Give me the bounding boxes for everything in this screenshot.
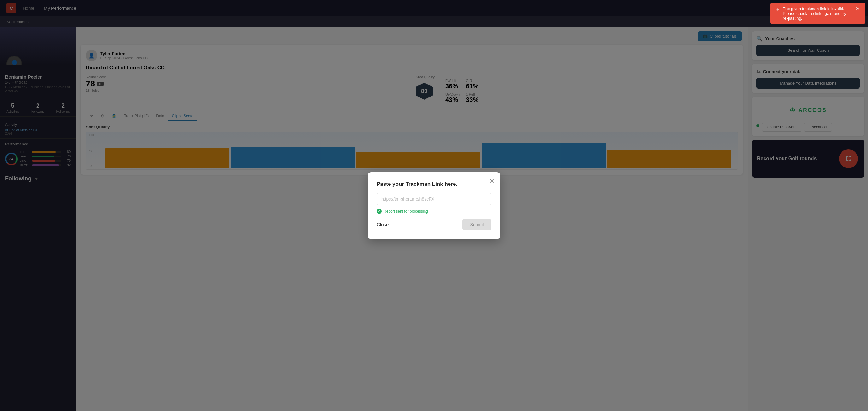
modal-submit-button[interactable]: Submit	[462, 219, 491, 230]
modal-overlay: Paste your Trackman Link here. ✕ ✓ Repor…	[0, 0, 868, 411]
modal-actions: Close Submit	[377, 219, 491, 230]
modal-close-button[interactable]: Close	[377, 219, 389, 230]
error-toast: ⚠ The given trackman link is invalid. Pl…	[770, 2, 865, 24]
toast-close-icon[interactable]: ✕	[856, 6, 860, 11]
modal-close-icon[interactable]: ✕	[489, 177, 495, 185]
warning-icon: ⚠	[775, 7, 780, 12]
toast-message: The given trackman link is invalid. Plea…	[783, 6, 850, 21]
modal-title: Paste your Trackman Link here.	[377, 181, 491, 187]
success-check-icon: ✓	[377, 209, 382, 214]
modal-success-message: ✓ Report sent for processing	[377, 209, 491, 214]
trackman-modal: Paste your Trackman Link here. ✕ ✓ Repor…	[368, 172, 500, 239]
trackman-link-input[interactable]	[377, 193, 491, 205]
